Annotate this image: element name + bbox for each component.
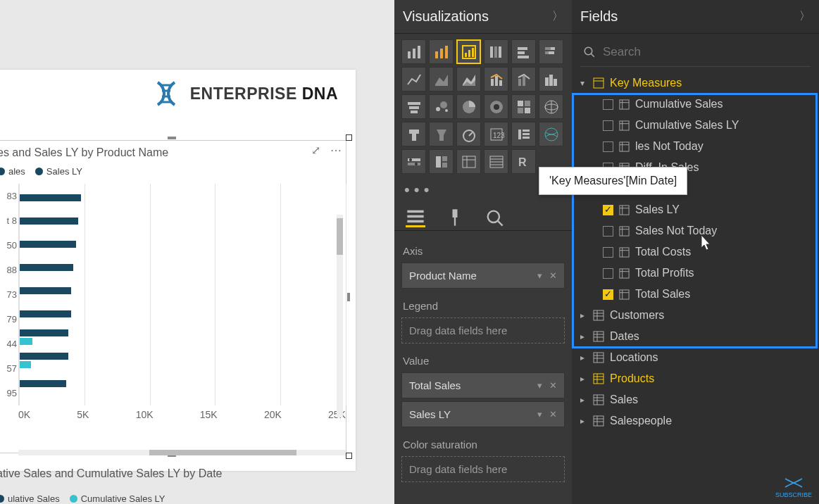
colorsat-well[interactable]: Drag data fields here (401, 456, 565, 482)
viz-type-tile[interactable] (511, 94, 536, 119)
svg-rect-28 (523, 76, 525, 86)
chevron-down-icon[interactable]: ▾ (537, 270, 542, 281)
table-products[interactable]: ▸Products (575, 368, 816, 389)
checkbox[interactable] (603, 268, 613, 279)
viz-type-tile[interactable] (511, 122, 536, 146)
svg-point-79 (584, 47, 592, 55)
measure-icon (619, 120, 630, 131)
viz-type-tile[interactable] (511, 39, 536, 64)
value-well-2[interactable]: Sales LY▾✕ (401, 401, 565, 427)
focus-mode-icon[interactable]: ⤢ (311, 144, 320, 157)
viz-type-tile[interactable] (484, 67, 508, 92)
field-total-costs[interactable]: Total Costs (575, 241, 816, 263)
checkbox[interactable] (603, 247, 613, 258)
viz-type-tile[interactable]: R (511, 149, 536, 174)
value-well-1[interactable]: Total Sales▾✕ (401, 372, 565, 398)
viz-type-tile[interactable] (456, 39, 481, 64)
collapse-pane-icon[interactable]: 〉 (552, 9, 563, 24)
svg-rect-44 (525, 108, 530, 113)
field-cumulative-sales[interactable]: Cumulative Sales (575, 94, 816, 115)
remove-field-icon[interactable]: ✕ (549, 270, 557, 281)
viz-type-tile[interactable] (456, 149, 481, 174)
svg-text:123: 123 (493, 132, 504, 139)
viz-type-tile[interactable] (429, 67, 454, 92)
viz-type-tile[interactable] (456, 94, 481, 119)
svg-rect-17 (518, 47, 527, 50)
svg-rect-81 (594, 78, 604, 88)
svg-rect-20 (545, 47, 551, 50)
more-options-icon[interactable]: ⋯ (330, 144, 342, 157)
svg-rect-98 (620, 205, 629, 214)
viz-type-tile[interactable] (401, 67, 426, 92)
viz-type-tile[interactable] (539, 94, 563, 119)
table-key-measures[interactable]: ▾Key Measures (575, 73, 816, 94)
viz-type-tile[interactable] (539, 122, 563, 146)
table-sales[interactable]: ▸Sales (575, 389, 816, 410)
checkbox[interactable] (603, 205, 613, 215)
checkbox[interactable] (603, 99, 613, 110)
fields-tree: ▾Key MeasuresCumulative SalesCumulative … (572, 73, 819, 431)
table-icon (593, 352, 604, 363)
collapse-pane-icon[interactable]: 〉 (799, 9, 811, 24)
fields-tab[interactable] (406, 208, 425, 227)
svg-rect-75 (453, 209, 458, 218)
svg-rect-52 (518, 130, 521, 139)
format-tab[interactable] (445, 208, 465, 227)
viz-type-tile[interactable] (429, 94, 454, 119)
table-customers[interactable]: ▸Customers (575, 305, 816, 326)
viz-type-tile[interactable] (511, 67, 536, 92)
table-salespeople[interactable]: ▸Salespeople (575, 410, 816, 431)
viz-type-tile[interactable] (401, 39, 426, 64)
field-total-profits[interactable]: Total Profits (575, 263, 816, 284)
svg-rect-129 (594, 395, 604, 405)
search-input[interactable] (603, 45, 808, 59)
checkbox[interactable] (603, 226, 613, 237)
svg-rect-54 (523, 133, 530, 135)
analytics-tab[interactable] (484, 208, 504, 227)
chevron-down-icon[interactable]: ▾ (537, 409, 542, 420)
field-les-not-today[interactable]: les Not Today (575, 136, 816, 157)
svg-rect-22 (545, 51, 549, 54)
viz-type-tile[interactable] (401, 122, 426, 146)
axis-well[interactable]: Product Name▾✕ (401, 263, 565, 289)
chart-visual[interactable]: ⤢ ⋯ es and Sales LY by Product Name ales… (0, 140, 346, 453)
svg-rect-41 (518, 101, 523, 106)
field-wells: Axis Product Name▾✕ Legend Drag data fie… (394, 231, 572, 504)
svg-rect-18 (518, 51, 525, 54)
viz-type-tile[interactable] (429, 149, 454, 174)
viz-type-tile[interactable] (484, 39, 508, 64)
viz-type-tile[interactable] (401, 149, 426, 174)
field-cumulative-sales-ly[interactable]: Cumulative Sales LY (575, 115, 816, 136)
checkbox[interactable] (603, 141, 613, 152)
svg-rect-16 (499, 46, 501, 58)
viz-type-tile[interactable] (456, 122, 481, 146)
chevron-down-icon[interactable]: ▾ (537, 380, 542, 391)
viz-type-tile[interactable]: 123 (484, 122, 508, 146)
chart-title: es and Sales LY by Product Name (0, 141, 346, 162)
field-total-sales[interactable]: Total Sales (575, 284, 816, 305)
viz-type-tile[interactable] (401, 94, 426, 119)
viz-type-tile[interactable] (456, 67, 481, 92)
remove-field-icon[interactable]: ✕ (549, 380, 557, 391)
viz-type-tile[interactable] (429, 39, 454, 64)
legend-well[interactable]: Drag data fields here (401, 317, 565, 344)
horizontal-scrollbar[interactable] (18, 450, 346, 455)
table-dates[interactable]: ▸Dates (575, 326, 816, 347)
viz-type-tile[interactable] (539, 39, 563, 64)
viz-type-tile[interactable] (484, 94, 508, 119)
table-locations[interactable]: ▸Locations (575, 347, 816, 368)
field-sales-not-today[interactable]: Sales Not Today (575, 220, 816, 241)
vertical-scrollbar[interactable] (337, 215, 343, 417)
checkbox[interactable] (603, 289, 613, 300)
measure-icon (619, 247, 630, 258)
viz-type-tile[interactable] (429, 122, 454, 146)
viz-type-tile[interactable] (484, 149, 508, 174)
svg-rect-7 (435, 51, 438, 58)
fields-search[interactable] (580, 41, 811, 67)
report-canvas[interactable]: ENTERPRISE DNA ⤢ ⋯ es and Sales LY by Pr… (0, 0, 394, 504)
viz-type-tile[interactable] (539, 67, 563, 92)
field-sales-ly[interactable]: Sales LY (575, 199, 816, 220)
remove-field-icon[interactable]: ✕ (549, 409, 557, 420)
axis-label: Axis (401, 237, 565, 263)
checkbox[interactable] (603, 120, 613, 131)
